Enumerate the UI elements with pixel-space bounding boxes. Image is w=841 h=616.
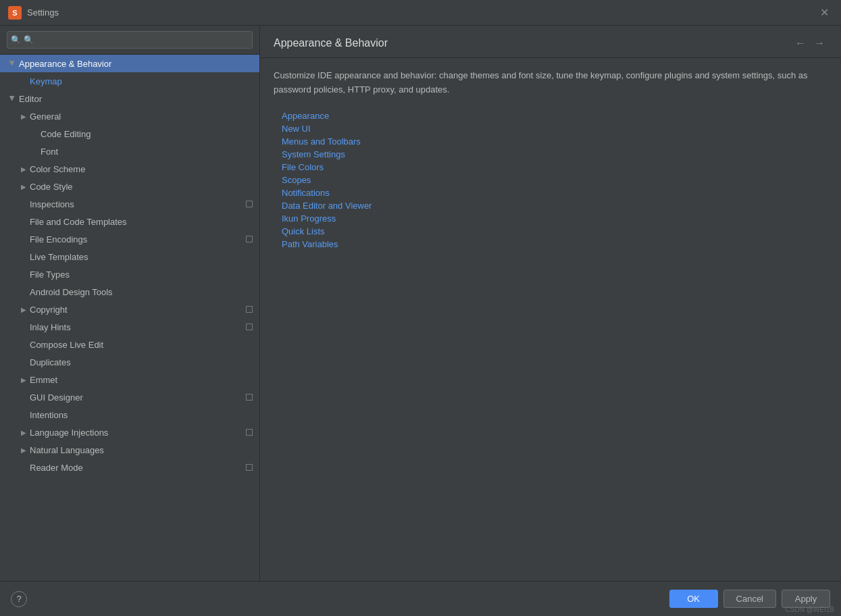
chevron-icon: ▶ bbox=[19, 111, 28, 121]
link-data-editor[interactable]: Data Editor and Viewer bbox=[274, 199, 827, 212]
link-appearance[interactable]: Appearance bbox=[274, 109, 827, 122]
tree-item-inlay-hints[interactable]: ▶ Inlay Hints bbox=[0, 318, 259, 336]
forward-arrow[interactable]: → bbox=[811, 36, 827, 51]
tree-item-editor[interactable]: ▶ Editor bbox=[0, 90, 259, 107]
chevron-icon: ▶ bbox=[8, 94, 18, 103]
left-panel: 🔍 ▶ Appearance & Behavior ▶ Keymap bbox=[0, 26, 260, 581]
bottom-left: ? bbox=[11, 591, 27, 607]
badge-language-injections bbox=[245, 428, 254, 437]
chevron-icon: ▶ bbox=[19, 305, 28, 314]
tree-item-duplicates[interactable]: ▶ Duplicates bbox=[0, 353, 259, 371]
link-notifications[interactable]: Notifications bbox=[274, 186, 827, 199]
tree-item-font[interactable]: ▶ Font bbox=[0, 143, 259, 160]
ok-button[interactable]: OK bbox=[669, 590, 718, 608]
chevron-icon: ▶ bbox=[19, 182, 28, 191]
badge-reader-mode bbox=[245, 463, 254, 472]
link-file-colors[interactable]: File Colors bbox=[274, 161, 827, 174]
tree-item-emmet[interactable]: ▶ Emmet bbox=[0, 371, 259, 388]
close-button[interactable]: ✕ bbox=[816, 5, 833, 20]
chevron-icon: ▶ bbox=[8, 59, 18, 68]
tree-item-code-editing[interactable]: ▶ Code Editing bbox=[0, 125, 259, 143]
tree-item-compose-live-edit[interactable]: ▶ Compose Live Edit bbox=[0, 336, 259, 353]
link-path-variables[interactable]: Path Variables bbox=[274, 238, 827, 251]
link-system-settings[interactable]: System Settings bbox=[274, 148, 827, 161]
chevron-icon: ▶ bbox=[19, 375, 28, 384]
tree-item-natural-languages[interactable]: ▶ Natural Languages bbox=[0, 441, 259, 459]
tree-item-inspections[interactable]: ▶ Inspections bbox=[0, 195, 259, 213]
tree-item-file-encodings[interactable]: ▶ File Encodings bbox=[0, 230, 259, 248]
settings-dialog: S Settings ✕ 🔍 ▶ Appearance & Behavior bbox=[0, 0, 841, 616]
tree-item-general[interactable]: ▶ General bbox=[0, 107, 259, 125]
link-new-ui[interactable]: New UI bbox=[274, 122, 827, 135]
badge-file-encodings bbox=[245, 234, 254, 244]
badge-copyright bbox=[245, 305, 254, 314]
tree-item-keymap[interactable]: ▶ Keymap bbox=[0, 72, 259, 90]
dialog-title: Settings bbox=[27, 7, 816, 18]
badge-inspections bbox=[245, 199, 254, 209]
title-bar: S Settings ✕ bbox=[0, 0, 841, 26]
tree-item-code-style[interactable]: ▶ Code Style bbox=[0, 178, 259, 195]
search-icon: 🔍 bbox=[11, 35, 21, 45]
tree-item-appearance-behavior[interactable]: ▶ Appearance & Behavior bbox=[0, 55, 259, 72]
tree-item-live-templates[interactable]: ▶ Live Templates bbox=[0, 248, 259, 265]
bottom-right: OK Cancel Apply bbox=[669, 590, 830, 608]
chevron-icon: ▶ bbox=[19, 164, 28, 174]
tree-item-gui-designer[interactable]: ▶ GUI Designer bbox=[0, 388, 259, 406]
bottom-bar: ? OK Cancel Apply bbox=[0, 581, 841, 616]
link-quick-lists[interactable]: Quick Lists bbox=[274, 225, 827, 238]
back-arrow[interactable]: ← bbox=[792, 36, 809, 51]
tree-item-language-injections[interactable]: ▶ Language Injections bbox=[0, 424, 259, 441]
tree-item-copyright[interactable]: ▶ Copyright bbox=[0, 301, 259, 318]
right-panel: Appearance & Behavior ← → Customize IDE … bbox=[260, 26, 841, 581]
main-content: 🔍 ▶ Appearance & Behavior ▶ Keymap bbox=[0, 26, 841, 581]
tree-item-color-scheme[interactable]: ▶ Color Scheme bbox=[0, 160, 259, 178]
nav-arrows: ← → bbox=[792, 36, 827, 51]
tree-item-file-types[interactable]: ▶ File Types bbox=[0, 265, 259, 283]
cancel-button[interactable]: Cancel bbox=[723, 590, 776, 608]
right-header: Appearance & Behavior ← → bbox=[260, 26, 841, 58]
link-menus-toolbars[interactable]: Menus and Toolbars bbox=[274, 135, 827, 148]
chevron-icon: ▶ bbox=[19, 428, 28, 437]
help-button[interactable]: ? bbox=[11, 591, 27, 607]
link-ikun-progress[interactable]: Ikun Progress bbox=[274, 212, 827, 225]
search-box: 🔍 bbox=[0, 26, 259, 55]
chevron-icon: ▶ bbox=[19, 445, 28, 455]
search-wrap: 🔍 bbox=[7, 31, 253, 49]
link-scopes[interactable]: Scopes bbox=[274, 174, 827, 186]
app-icon: S bbox=[8, 6, 22, 20]
search-input[interactable] bbox=[7, 31, 253, 49]
tree-area[interactable]: ▶ Appearance & Behavior ▶ Keymap ▶ Edito… bbox=[0, 55, 259, 581]
apply-button[interactable]: Apply bbox=[782, 590, 830, 608]
right-body: Customize IDE appearance and behavior: c… bbox=[260, 58, 841, 581]
badge-gui-designer bbox=[245, 392, 254, 402]
watermark: CSDN @WEI1B bbox=[786, 606, 834, 613]
tree-item-android-design-tools[interactable]: ▶ Android Design Tools bbox=[0, 283, 259, 301]
right-panel-title: Appearance & Behavior bbox=[274, 37, 792, 49]
tree-item-file-code-templates[interactable]: ▶ File and Code Templates bbox=[0, 213, 259, 230]
badge-inlay-hints bbox=[245, 322, 254, 332]
tree-item-intentions[interactable]: ▶ Intentions bbox=[0, 406, 259, 424]
tree-item-reader-mode[interactable]: ▶ Reader Mode bbox=[0, 459, 259, 476]
description-text: Customize IDE appearance and behavior: c… bbox=[274, 69, 827, 97]
